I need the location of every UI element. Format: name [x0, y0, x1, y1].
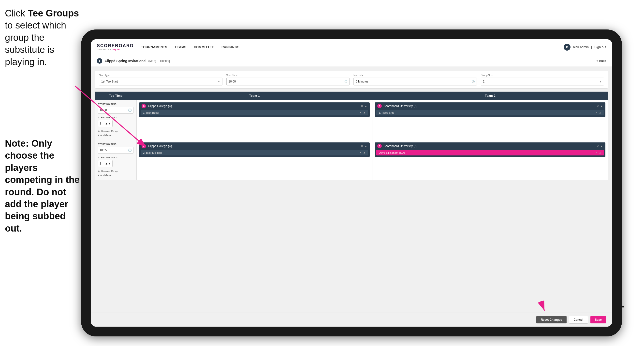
starting-hole-label-1: STARTING HOLE:	[98, 116, 134, 119]
col-team1: Team 1	[137, 92, 372, 100]
starting-time-label-1: STARTING TIME:	[98, 103, 134, 105]
nav-committee[interactable]: COMMITTEE	[194, 44, 214, 50]
remove-group-btn-2[interactable]: 🗑 Remove Group	[98, 170, 134, 173]
team2-icon-2: S	[377, 144, 382, 148]
team1-icon-2: C	[142, 144, 146, 148]
col-tee-time: Tee Time	[95, 92, 137, 100]
start-time-input[interactable]: 10:00 🕐	[226, 78, 350, 85]
group-row-1: STARTING TIME: 10:00 🕐 STARTING HOLE: 1 …	[95, 100, 608, 140]
team2-expand-2[interactable]: ▲	[600, 145, 603, 148]
cancel-button[interactable]: Cancel	[569, 316, 588, 324]
add-group-btn-1[interactable]: + Add Group	[98, 134, 134, 137]
team2-entry-1[interactable]: S Scoreboard University (A) ✕ ▲ 1. Rees …	[375, 102, 606, 117]
start-type-input[interactable]: 1st Tee Start ▼	[99, 78, 222, 85]
starting-hole-label-2: STARTING HOLE:	[98, 156, 134, 159]
nav-teams[interactable]: TEAMS	[174, 44, 186, 50]
group-controls-1: STARTING TIME: 10:00 🕐 STARTING HOLE: 1 …	[95, 100, 137, 140]
player-remove-1-2[interactable]: ✕	[359, 151, 362, 154]
team1-remove-1[interactable]: ✕	[361, 105, 363, 108]
tee-groups-bold: Tee Groups	[28, 8, 79, 18]
player-row-1-1[interactable]: 1. Rich Butler ✕ ▲	[140, 110, 368, 115]
player-row-2-1[interactable]: 1. Rees Britt ✕ ▲	[376, 110, 604, 115]
team1-expand-2[interactable]: ▲	[364, 145, 367, 148]
logo-scoreboard: SCOREBOARD	[97, 43, 134, 48]
starting-time-label-2: STARTING TIME:	[98, 143, 134, 145]
team2-remove-2[interactable]: ✕	[596, 145, 599, 148]
nav-rankings[interactable]: RANKINGS	[222, 44, 240, 50]
reset-changes-button[interactable]: Reset Changes	[536, 316, 566, 324]
note-bold: Note:	[5, 138, 29, 149]
player-controls-2-1: ✕ ▲	[595, 111, 602, 114]
player-expand-1-2[interactable]: ▲	[363, 151, 366, 154]
sub-header: B Clippd Spring Invitational (Men) Hosti…	[91, 55, 612, 67]
team2-icon-1: S	[377, 104, 382, 108]
starting-hole-input-2[interactable]: 1 ▲▼	[98, 160, 112, 167]
team2-controls-1: ✕ ▲	[596, 105, 603, 108]
remove-group-btn-1[interactable]: 🗑 Remove Group	[98, 130, 134, 133]
player-remove-2-2[interactable]: ✕	[595, 151, 597, 154]
intervals-label: Intervals	[354, 74, 477, 77]
tablet-screen: SCOREBOARD Powered by clippd TOURNAMENTS…	[91, 39, 612, 327]
team1-header-2: C Clippd College (A) ✕ ▲	[139, 142, 370, 150]
nav-tournaments[interactable]: TOURNAMENTS	[141, 44, 167, 50]
player-row-2-2-sub[interactable]: Dave Billingham (SUB) ✕ ▲	[376, 150, 604, 155]
team1-entry-1[interactable]: C Clippd College (A) ✕ ▲ 1. Rich Butler	[139, 102, 370, 117]
team2-name-1: Scoreboard University (A)	[384, 104, 594, 108]
logo-area: SCOREBOARD Powered by clippd	[97, 43, 134, 51]
player-expand-2-1[interactable]: ▲	[599, 111, 602, 114]
player-remove-2-1[interactable]: ✕	[595, 111, 597, 114]
nav-right: B blair admin | Sign out	[564, 44, 606, 50]
group-size-input[interactable]: 2 ▼	[481, 78, 604, 85]
main-content: Start Type 1st Tee Start ▼ Start Time 10…	[91, 67, 612, 313]
group-row-2: STARTING TIME: 10:05 🕐 STARTING HOLE: 1 …	[95, 140, 608, 180]
nav-separator: |	[591, 45, 592, 49]
instruction-top: Click Tee Groups to select which group t…	[5, 7, 81, 68]
team1-cell-1: C Clippd College (A) ✕ ▲ 1. Rich Butler	[137, 100, 372, 140]
team1-entry-2[interactable]: C Clippd College (A) ✕ ▲ 2. Blair McHarg	[139, 142, 370, 157]
player-name-1-2: 2. Blair McHarg	[143, 151, 162, 154]
intervals-field: Intervals 5 Minutes 🕐	[354, 74, 477, 85]
team2-cell-2: S Scoreboard University (A) ✕ ▲ Dave Bil…	[372, 140, 608, 180]
tablet: SCOREBOARD Powered by clippd TOURNAMENTS…	[81, 29, 622, 337]
team2-entry-2[interactable]: S Scoreboard University (A) ✕ ▲ Dave Bil…	[375, 142, 606, 157]
team2-header-1: S Scoreboard University (A) ✕ ▲	[375, 102, 606, 110]
start-type-field: Start Type 1st Tee Start ▼	[99, 74, 222, 85]
table-header: Tee Time Team 1 Team 2	[95, 92, 608, 100]
player-name-1-1: 1. Rich Butler	[143, 111, 159, 114]
back-link[interactable]: < Back	[596, 59, 606, 63]
team1-controls-1: ✕ ▲	[361, 105, 367, 108]
groups-table: Tee Time Team 1 Team 2 STARTING TIME: 10…	[95, 92, 608, 309]
team2-expand-1[interactable]: ▲	[600, 105, 603, 108]
team1-name-2: Clippd College (A)	[148, 144, 359, 148]
player-controls-1-1: ✕ ▲	[359, 111, 366, 114]
team2-remove-1[interactable]: ✕	[596, 105, 599, 108]
starting-time-input-2[interactable]: 10:05 🕐	[98, 147, 134, 154]
tournament-gender: (Men)	[148, 59, 156, 63]
col-team2: Team 2	[372, 92, 608, 100]
player-row-1-2[interactable]: 2. Blair McHarg ✕ ▲	[140, 150, 368, 155]
team1-remove-2[interactable]: ✕	[361, 145, 363, 148]
tournament-name: Clippd Spring Invitational	[105, 59, 146, 63]
sign-out-link[interactable]: Sign out	[594, 45, 606, 49]
add-group-btn-2[interactable]: + Add Group	[98, 174, 134, 177]
player-remove-1-1[interactable]: ✕	[359, 111, 362, 114]
team1-cell-2: C Clippd College (A) ✕ ▲ 2. Blair McHarg	[137, 140, 372, 180]
starting-hole-input-1[interactable]: 1 ▲▼	[98, 120, 112, 127]
player-expand-1-1[interactable]: ▲	[363, 111, 366, 114]
start-time-field: Start Time 10:00 🕐	[226, 74, 350, 85]
team1-expand-1[interactable]: ▲	[364, 105, 367, 108]
intervals-input[interactable]: 5 Minutes 🕐	[354, 78, 477, 85]
player-expand-2-2[interactable]: ▲	[599, 151, 602, 154]
starting-time-input-1[interactable]: 10:00 🕐	[98, 107, 134, 114]
team2-name-2: Scoreboard University (A)	[384, 144, 594, 148]
action-bar: Reset Changes Cancel Save	[91, 313, 612, 327]
hosting-badge: Hosting	[160, 59, 170, 63]
nav-bar: SCOREBOARD Powered by clippd TOURNAMENTS…	[91, 39, 612, 55]
save-button[interactable]: Save	[590, 316, 606, 324]
start-time-label: Start Time	[226, 74, 350, 77]
settings-row: Start Type 1st Tee Start ▼ Start Time 10…	[95, 71, 608, 89]
team1-header-1: C Clippd College (A) ✕ ▲	[139, 102, 370, 110]
sub-header-icon: B	[97, 58, 102, 64]
team2-cell-1: S Scoreboard University (A) ✕ ▲ 1. Rees …	[372, 100, 608, 140]
team1-name-1: Clippd College (A)	[148, 104, 359, 108]
